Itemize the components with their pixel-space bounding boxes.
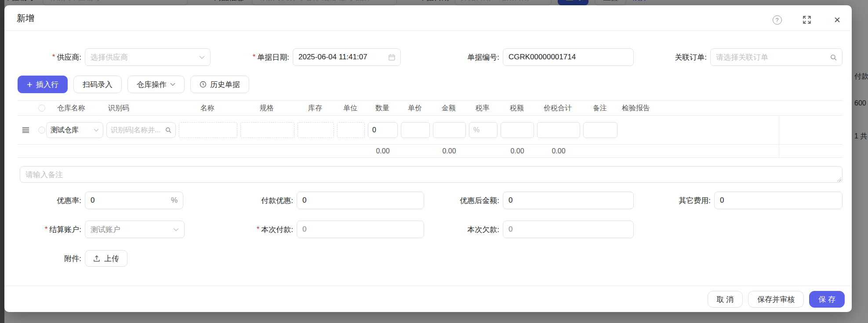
remark-cell-input[interactable]	[583, 122, 617, 138]
unit-cell	[337, 122, 365, 138]
related-order-placeholder: 请选择关联订单	[716, 52, 827, 62]
col-price: 单价	[408, 101, 422, 116]
debt-group: 本次欠款: 0	[429, 221, 634, 238]
remark-textarea[interactable]: 请输入备注	[20, 166, 843, 183]
code-placeholder: 识别码|名称并...	[111, 126, 162, 135]
footer-divider	[4, 286, 852, 286]
required-marker: *	[52, 53, 55, 62]
after-discount-input[interactable]: 0	[503, 192, 634, 209]
fullscreen-icon	[803, 16, 811, 24]
settlement-account-select[interactable]: 测试账户	[85, 221, 185, 238]
resize-grip[interactable]	[836, 177, 841, 181]
attachment-label: 附件:	[11, 254, 81, 264]
summary-total: 0.00	[545, 145, 572, 158]
pay-discount-input[interactable]: 0	[297, 192, 424, 209]
total-input[interactable]	[537, 122, 580, 138]
other-fee-group: 其它费用: 0	[640, 192, 843, 209]
col-amount: 金额	[442, 101, 456, 116]
qty-value: 0	[372, 126, 376, 134]
remark-placeholder: 请输入备注	[25, 170, 63, 180]
other-fee-input[interactable]: 0	[714, 192, 843, 209]
upload-button[interactable]: 上传	[85, 250, 127, 267]
discount-rate-label: 优惠率:	[11, 196, 81, 206]
attachment-group: 附件: 上传	[11, 250, 127, 267]
spec-cell	[240, 122, 294, 138]
table-divider	[779, 116, 779, 145]
col-tax: 税额	[510, 101, 524, 116]
table-row: 测试仓库 识别码|名称并... 0 %	[18, 116, 843, 145]
qty-input[interactable]: 0	[368, 122, 398, 138]
modal-footer: 取 消 保存并审核 保 存	[708, 291, 845, 308]
doc-date-input[interactable]: 2025-06-04 11:41:07	[293, 48, 401, 66]
warehouse-select[interactable]: 测试仓库	[46, 122, 103, 138]
summary-row: 0.00 0.00 0.00 0.00	[18, 145, 843, 158]
scan-entry-button[interactable]: 扫码录入	[73, 76, 122, 93]
settlement-account-group: *结算账户: 测试账户	[11, 221, 185, 238]
supplier-field-group: *供应商: 选择供应商	[11, 48, 211, 66]
row-radio[interactable]	[38, 127, 45, 134]
calendar-icon	[389, 54, 395, 61]
col-code: 识别码	[108, 101, 129, 116]
screen: 单据编号: 请输入单据编号 商品信息: 请输入识别码 名称 规格 型号/品牌 单…	[0, 0, 868, 323]
modal-title: 新增	[17, 5, 34, 31]
other-fee-value: 0	[720, 196, 724, 205]
insert-row-button[interactable]: 插入行	[18, 76, 68, 93]
amount-input[interactable]	[433, 122, 466, 138]
chevron-down-icon	[170, 83, 175, 86]
save-button[interactable]: 保 存	[809, 291, 845, 308]
help-button[interactable]: ?	[772, 15, 782, 25]
drag-handle-icon[interactable]	[22, 127, 29, 133]
settlement-account-label: *结算账户:	[11, 225, 81, 235]
pay-now-value: 0	[302, 225, 306, 234]
pay-discount-label: 付款优惠:	[223, 196, 293, 206]
pay-now-input[interactable]: 0	[297, 221, 424, 238]
after-discount-group: 优惠后金额: 0	[429, 192, 634, 209]
summary-amount: 0.00	[436, 145, 462, 158]
doc-no-value: CGRK00000001714	[508, 53, 628, 62]
modal-header: 新增 ? ✕	[4, 5, 852, 31]
doc-no-input[interactable]: CGRK00000001714	[503, 48, 634, 66]
search-icon	[830, 54, 837, 61]
tax-input[interactable]	[501, 122, 534, 138]
name-cell	[179, 122, 237, 138]
row-toolbar: 插入行 扫码录入 仓库操作 历史单据	[18, 76, 249, 93]
tax-rate-input[interactable]: %	[469, 122, 498, 138]
doc-no-field-group: 单据编号: CGRK00000001714	[429, 48, 634, 66]
price-input[interactable]	[401, 122, 430, 138]
discount-rate-input[interactable]: 0 %	[85, 192, 183, 209]
percent-suffix: %	[171, 196, 178, 205]
pay-discount-group: 付款优惠: 0	[223, 192, 424, 209]
pay-now-group: *本次付款: 0	[223, 221, 424, 238]
chevron-down-icon	[94, 128, 99, 132]
header-radio[interactable]	[38, 105, 45, 112]
table-divider	[779, 145, 779, 158]
required-marker: *	[257, 225, 260, 234]
related-order-label: 关联订单:	[636, 52, 707, 62]
summary-qty: 0.00	[370, 145, 396, 158]
pay-now-label: *本次付款:	[223, 225, 293, 235]
col-stock: 库存	[308, 101, 322, 116]
col-warehouse: 仓库名称	[57, 101, 85, 116]
close-button[interactable]: ✕	[832, 15, 842, 25]
items-table-header: 仓库名称 识别码 名称 规格 库存 单位 数量 单价 金额 税率 税额 价税合计…	[18, 101, 843, 116]
required-marker: *	[45, 225, 48, 234]
related-order-input[interactable]: 请选择关联订单	[710, 48, 843, 66]
plus-icon	[27, 82, 33, 87]
col-qty: 数量	[375, 101, 389, 116]
help-icon: ?	[773, 15, 782, 25]
cancel-button[interactable]: 取 消	[708, 291, 743, 308]
supplier-select[interactable]: 选择供应商	[85, 48, 211, 66]
supplier-label: *供应商:	[11, 52, 81, 62]
fullscreen-button[interactable]	[802, 15, 812, 25]
warehouse-ops-button[interactable]: 仓库操作	[127, 76, 185, 93]
doc-no-label: 单据编号:	[429, 52, 499, 62]
close-icon: ✕	[834, 15, 841, 25]
related-order-field-group: 关联订单: 请选择关联订单	[636, 48, 843, 66]
doc-date-value: 2025-06-04 11:41:07	[298, 53, 385, 62]
debt-input[interactable]: 0	[503, 221, 634, 238]
history-docs-button[interactable]: 历史单据	[190, 76, 249, 93]
tax-rate-placeholder: %	[473, 126, 479, 134]
save-and-audit-button[interactable]: 保存并审核	[748, 291, 804, 308]
code-search-input[interactable]: 识别码|名称并...	[106, 122, 176, 138]
debt-value: 0	[508, 225, 512, 234]
